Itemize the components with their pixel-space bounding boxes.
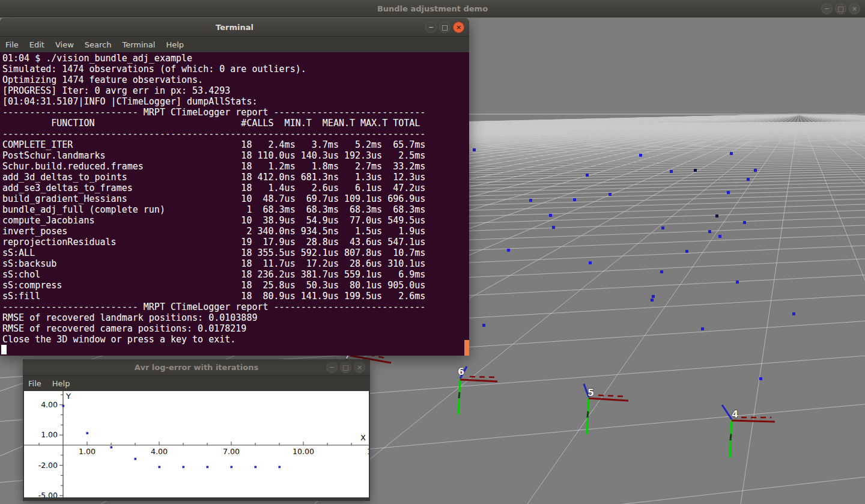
landmark-point xyxy=(549,214,552,217)
landmark-point xyxy=(730,152,733,155)
minimize-button[interactable]: − xyxy=(425,22,437,33)
data-point xyxy=(135,458,137,460)
svg-text:10.00: 10.00 xyxy=(293,447,314,456)
close-button[interactable]: × xyxy=(849,3,860,14)
landmark-point xyxy=(708,230,711,233)
main-window-titlebar[interactable]: Bundle adjustment demo − □ × xyxy=(0,0,865,17)
main-window-title: Bundle adjustment demo xyxy=(377,4,488,13)
svg-text:4.00: 4.00 xyxy=(41,400,58,409)
landmark-point xyxy=(660,270,663,273)
terminal-body[interactable]: 01:04 $ ./vision_bundle_adj_example Simu… xyxy=(0,52,469,356)
landmark-point xyxy=(651,299,654,302)
landmark-point xyxy=(552,226,555,229)
landmark-point xyxy=(586,174,589,177)
landmark-point xyxy=(727,191,730,194)
landmark-point xyxy=(694,169,697,172)
camera-label: 5 xyxy=(587,387,594,398)
svg-text:Y: Y xyxy=(65,392,71,401)
menu-help[interactable]: Help xyxy=(47,379,76,388)
data-point xyxy=(279,466,281,469)
error-plot[interactable]: 1.004.007.0010.0013.0-5.00-2.001.004.00X… xyxy=(24,391,369,497)
landmark-point xyxy=(609,193,612,196)
terminal-titlebar[interactable]: Terminal − □ × xyxy=(0,18,469,37)
landmark-point xyxy=(573,198,576,201)
svg-text:4.00: 4.00 xyxy=(151,447,168,456)
svg-text:-5.00: -5.00 xyxy=(38,491,58,497)
menu-view[interactable]: View xyxy=(50,40,79,49)
svg-text:13.0: 13.0 xyxy=(367,447,369,456)
data-point xyxy=(111,446,113,449)
menu-file[interactable]: File xyxy=(23,379,47,388)
landmark-point xyxy=(715,214,718,217)
minimize-button[interactable]: − xyxy=(821,3,833,14)
data-point xyxy=(207,466,209,469)
landmark-point xyxy=(754,169,757,172)
svg-text:X: X xyxy=(360,433,366,442)
menu-file[interactable]: File xyxy=(0,40,24,49)
landmark-point xyxy=(685,250,688,253)
data-point xyxy=(255,466,257,469)
maximize-button[interactable]: □ xyxy=(835,3,846,14)
landmark-point xyxy=(482,324,485,327)
plot-titlebar[interactable]: Avr log-error with iterations − □ × xyxy=(23,359,370,376)
data-point xyxy=(62,405,65,407)
terminal-menubar: FileEditViewSearchTerminalHelp xyxy=(0,37,469,52)
camera-label: 4 xyxy=(732,408,738,420)
minimize-button[interactable]: − xyxy=(326,362,338,373)
menu-edit[interactable]: Edit xyxy=(24,40,50,49)
data-point xyxy=(159,466,161,469)
landmark-point xyxy=(736,281,739,284)
landmark-point xyxy=(701,327,704,330)
svg-text:7.00: 7.00 xyxy=(223,447,240,456)
close-button[interactable]: × xyxy=(354,362,365,373)
terminal-output: 01:04 $ ./vision_bundle_adj_example Simu… xyxy=(0,52,469,345)
plot-menubar: FileHelp xyxy=(23,376,370,391)
landmark-point xyxy=(507,249,510,252)
terminal-cursor xyxy=(1,345,7,354)
landmark-point xyxy=(529,199,532,202)
terminal-window: Terminal − □ × FileEditViewSearchTermina… xyxy=(0,18,469,356)
data-point xyxy=(86,432,89,434)
terminal-scrollbar-thumb[interactable] xyxy=(464,340,469,356)
menu-search[interactable]: Search xyxy=(79,40,117,49)
landmark-point xyxy=(639,154,642,157)
maximize-button[interactable]: □ xyxy=(340,362,351,373)
close-button[interactable]: × xyxy=(453,22,464,33)
landmark-point xyxy=(589,261,592,264)
plot-window: Avr log-error with iterations − □ × File… xyxy=(23,359,370,501)
landmark-point xyxy=(661,226,664,229)
data-point xyxy=(231,466,233,469)
terminal-title: Terminal xyxy=(216,23,253,32)
svg-text:-2.00: -2.00 xyxy=(38,461,58,470)
menu-terminal[interactable]: Terminal xyxy=(117,40,160,49)
landmark-point xyxy=(670,170,673,173)
svg-text:1.00: 1.00 xyxy=(41,430,58,439)
plot-title: Avr log-error with iterations xyxy=(135,363,258,372)
landmark-point xyxy=(743,221,746,224)
data-point xyxy=(183,466,185,469)
maximize-button[interactable]: □ xyxy=(439,22,451,33)
landmark-point xyxy=(792,312,795,315)
landmark-point xyxy=(718,235,721,238)
menu-help[interactable]: Help xyxy=(160,40,189,49)
camera-label: 6 xyxy=(458,366,464,377)
landmark-point xyxy=(652,295,655,298)
landmark-point xyxy=(473,148,476,151)
landmark-point xyxy=(747,178,750,181)
svg-text:1.00: 1.00 xyxy=(79,447,96,456)
landmark-point xyxy=(759,377,762,380)
